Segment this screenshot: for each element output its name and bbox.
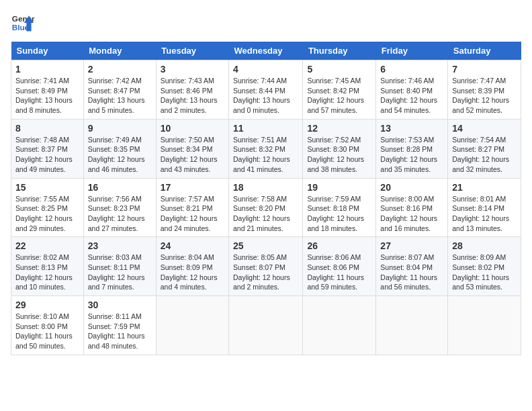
day-info: Sunrise: 8:06 AMSunset: 8:06 PMDaylight:… xyxy=(307,253,371,292)
day-info: Sunrise: 7:53 AMSunset: 8:28 PMDaylight:… xyxy=(380,135,443,175)
calendar-cell: 11Sunrise: 7:51 AMSunset: 8:32 PMDayligh… xyxy=(229,119,303,178)
calendar-cell xyxy=(376,296,448,355)
calendar-week-row: 8Sunrise: 7:48 AMSunset: 8:37 PMDaylight… xyxy=(11,119,521,178)
day-info: Sunrise: 8:01 AMSunset: 8:14 PMDaylight:… xyxy=(452,194,517,234)
calendar-cell: 29Sunrise: 8:10 AMSunset: 8:00 PMDayligh… xyxy=(11,296,84,355)
day-number: 11 xyxy=(233,123,298,134)
day-number: 9 xyxy=(88,123,152,134)
calendar-cell: 22Sunrise: 8:02 AMSunset: 8:13 PMDayligh… xyxy=(11,237,84,296)
calendar-table: SundayMondayTuesdayWednesdayThursdayFrid… xyxy=(11,42,521,355)
calendar-cell: 20Sunrise: 8:00 AMSunset: 8:16 PMDayligh… xyxy=(376,178,448,237)
calendar-cell: 7Sunrise: 7:47 AMSunset: 8:39 PMDaylight… xyxy=(448,60,521,120)
calendar-cell: 27Sunrise: 8:07 AMSunset: 8:04 PMDayligh… xyxy=(376,237,448,296)
day-number: 6 xyxy=(380,64,443,75)
day-number: 1 xyxy=(15,64,79,75)
day-number: 7 xyxy=(452,64,517,75)
day-number: 28 xyxy=(452,240,517,251)
day-number: 12 xyxy=(307,123,371,134)
day-info: Sunrise: 7:44 AMSunset: 8:44 PMDaylight:… xyxy=(233,76,298,116)
day-header-tuesday: Tuesday xyxy=(156,42,228,60)
day-header-friday: Friday xyxy=(376,42,448,60)
header: General Blue xyxy=(11,11,521,35)
day-info: Sunrise: 7:49 AMSunset: 8:35 PMDaylight:… xyxy=(88,135,152,175)
day-number: 2 xyxy=(88,64,152,75)
day-info: Sunrise: 7:48 AMSunset: 8:37 PMDaylight:… xyxy=(15,135,79,175)
calendar-cell: 14Sunrise: 7:54 AMSunset: 8:27 PMDayligh… xyxy=(448,119,521,178)
day-header-monday: Monday xyxy=(83,42,156,60)
logo-icon: General Blue xyxy=(11,11,35,35)
day-header-wednesday: Wednesday xyxy=(229,42,303,60)
logo: General Blue xyxy=(11,11,35,35)
calendar-cell xyxy=(156,296,228,355)
day-info: Sunrise: 8:05 AMSunset: 8:07 PMDaylight:… xyxy=(233,253,298,292)
day-number: 3 xyxy=(161,64,224,75)
day-info: Sunrise: 7:43 AMSunset: 8:46 PMDaylight:… xyxy=(161,76,224,116)
calendar-cell: 19Sunrise: 7:59 AMSunset: 8:18 PMDayligh… xyxy=(303,178,376,237)
calendar-cell: 13Sunrise: 7:53 AMSunset: 8:28 PMDayligh… xyxy=(376,119,448,178)
calendar-cell: 6Sunrise: 7:46 AMSunset: 8:40 PMDaylight… xyxy=(376,60,448,120)
day-info: Sunrise: 7:58 AMSunset: 8:20 PMDaylight:… xyxy=(233,194,298,234)
day-info: Sunrise: 7:46 AMSunset: 8:40 PMDaylight:… xyxy=(380,76,443,116)
day-info: Sunrise: 8:07 AMSunset: 8:04 PMDaylight:… xyxy=(380,253,443,292)
calendar-cell: 2Sunrise: 7:42 AMSunset: 8:47 PMDaylight… xyxy=(83,60,156,120)
day-number: 15 xyxy=(15,182,79,193)
day-info: Sunrise: 7:57 AMSunset: 8:21 PMDaylight:… xyxy=(161,194,224,234)
day-info: Sunrise: 7:56 AMSunset: 8:23 PMDaylight:… xyxy=(88,194,152,234)
day-number: 17 xyxy=(161,182,224,193)
calendar-cell: 28Sunrise: 8:09 AMSunset: 8:02 PMDayligh… xyxy=(448,237,521,296)
day-number: 21 xyxy=(452,182,517,193)
day-number: 4 xyxy=(233,64,298,75)
day-number: 13 xyxy=(380,123,443,134)
day-number: 18 xyxy=(233,182,298,193)
calendar-cell: 9Sunrise: 7:49 AMSunset: 8:35 PMDaylight… xyxy=(83,119,156,178)
day-number: 19 xyxy=(307,182,371,193)
day-number: 25 xyxy=(233,240,298,251)
day-number: 30 xyxy=(88,300,152,310)
day-number: 26 xyxy=(307,240,371,251)
day-number: 23 xyxy=(88,240,152,251)
day-number: 14 xyxy=(452,123,517,134)
day-info: Sunrise: 8:04 AMSunset: 8:09 PMDaylight:… xyxy=(161,253,224,292)
day-info: Sunrise: 8:11 AMSunset: 7:59 PMDaylight:… xyxy=(88,312,152,351)
calendar-cell: 25Sunrise: 8:05 AMSunset: 8:07 PMDayligh… xyxy=(229,237,303,296)
day-info: Sunrise: 8:00 AMSunset: 8:16 PMDaylight:… xyxy=(380,194,443,234)
calendar-cell: 10Sunrise: 7:50 AMSunset: 8:34 PMDayligh… xyxy=(156,119,228,178)
calendar-week-row: 29Sunrise: 8:10 AMSunset: 8:00 PMDayligh… xyxy=(11,296,521,355)
day-info: Sunrise: 8:02 AMSunset: 8:13 PMDaylight:… xyxy=(15,253,79,292)
calendar-cell: 12Sunrise: 7:52 AMSunset: 8:30 PMDayligh… xyxy=(303,119,376,178)
calendar-cell: 17Sunrise: 7:57 AMSunset: 8:21 PMDayligh… xyxy=(156,178,228,237)
day-number: 22 xyxy=(15,240,79,251)
day-info: Sunrise: 7:59 AMSunset: 8:18 PMDaylight:… xyxy=(307,194,371,234)
day-info: Sunrise: 7:47 AMSunset: 8:39 PMDaylight:… xyxy=(452,76,517,116)
day-header-sunday: Sunday xyxy=(11,42,84,60)
calendar-cell: 3Sunrise: 7:43 AMSunset: 8:46 PMDaylight… xyxy=(156,60,228,120)
day-info: Sunrise: 7:41 AMSunset: 8:49 PMDaylight:… xyxy=(15,76,79,116)
calendar-cell: 16Sunrise: 7:56 AMSunset: 8:23 PMDayligh… xyxy=(83,178,156,237)
calendar-cell: 18Sunrise: 7:58 AMSunset: 8:20 PMDayligh… xyxy=(229,178,303,237)
calendar-cell: 24Sunrise: 8:04 AMSunset: 8:09 PMDayligh… xyxy=(156,237,228,296)
calendar-cell xyxy=(448,296,521,355)
calendar-cell: 21Sunrise: 8:01 AMSunset: 8:14 PMDayligh… xyxy=(448,178,521,237)
calendar-cell: 1Sunrise: 7:41 AMSunset: 8:49 PMDaylight… xyxy=(11,60,84,120)
calendar-week-row: 22Sunrise: 8:02 AMSunset: 8:13 PMDayligh… xyxy=(11,237,521,296)
calendar-cell: 5Sunrise: 7:45 AMSunset: 8:42 PMDaylight… xyxy=(303,60,376,120)
calendar-cell xyxy=(229,296,303,355)
day-number: 20 xyxy=(380,182,443,193)
calendar-cell: 8Sunrise: 7:48 AMSunset: 8:37 PMDaylight… xyxy=(11,119,84,178)
day-number: 5 xyxy=(307,64,371,75)
day-info: Sunrise: 7:42 AMSunset: 8:47 PMDaylight:… xyxy=(88,76,152,116)
day-info: Sunrise: 8:10 AMSunset: 8:00 PMDaylight:… xyxy=(15,312,79,351)
calendar-cell: 15Sunrise: 7:55 AMSunset: 8:25 PMDayligh… xyxy=(11,178,84,237)
day-info: Sunrise: 8:09 AMSunset: 8:02 PMDaylight:… xyxy=(452,253,517,292)
calendar-cell: 30Sunrise: 8:11 AMSunset: 7:59 PMDayligh… xyxy=(83,296,156,355)
calendar-cell: 26Sunrise: 8:06 AMSunset: 8:06 PMDayligh… xyxy=(303,237,376,296)
day-info: Sunrise: 7:52 AMSunset: 8:30 PMDaylight:… xyxy=(307,135,371,175)
day-info: Sunrise: 7:50 AMSunset: 8:34 PMDaylight:… xyxy=(161,135,224,175)
day-number: 29 xyxy=(15,300,79,310)
calendar-cell: 23Sunrise: 8:03 AMSunset: 8:11 PMDayligh… xyxy=(83,237,156,296)
day-number: 16 xyxy=(88,182,152,193)
calendar-header-row: SundayMondayTuesdayWednesdayThursdayFrid… xyxy=(11,42,521,60)
calendar-cell xyxy=(303,296,376,355)
day-number: 27 xyxy=(380,240,443,251)
day-info: Sunrise: 7:51 AMSunset: 8:32 PMDaylight:… xyxy=(233,135,298,175)
